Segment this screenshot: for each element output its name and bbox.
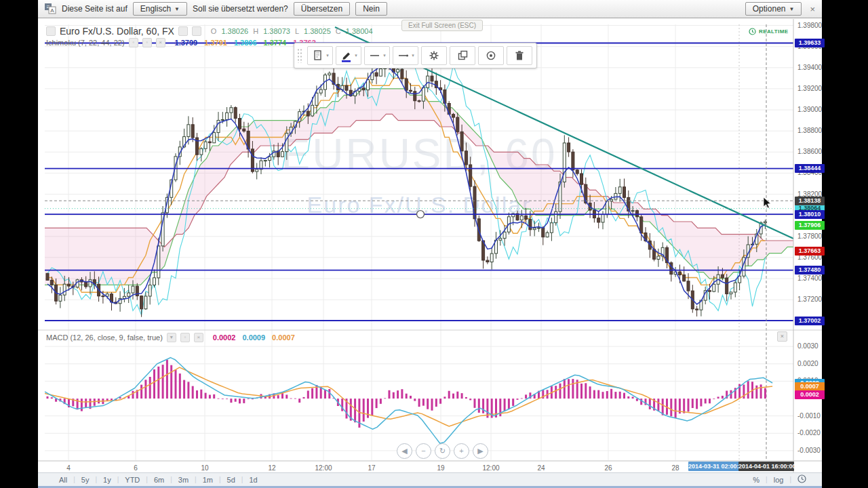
gear-button[interactable] (421, 46, 447, 65)
translate-icon: ≡A (45, 3, 56, 14)
zoom-in-button[interactable]: + (454, 443, 469, 459)
options-button[interactable]: Optionen▼ (745, 2, 802, 16)
ichimoku-value: 1.3774 (264, 39, 287, 47)
range-6m[interactable]: 6m (148, 476, 170, 484)
eye-icon[interactable]: ◦ (129, 38, 138, 47)
translate-bar: ≡A Diese Seite ist auf Englisch▼ Soll si… (38, 0, 822, 18)
ohlc-key: C (336, 27, 341, 35)
svg-text:26: 26 (604, 464, 612, 472)
chevron-down-icon: ▾ (326, 53, 329, 58)
chevron-down-icon: ▼ (789, 6, 794, 12)
scale-percent[interactable]: % (747, 476, 766, 484)
zoom-out-button[interactable]: − (416, 443, 431, 459)
ohlc-value: 1.38004 (346, 27, 373, 35)
macd-value: 0.0002 (213, 333, 236, 342)
svg-text:12: 12 (268, 464, 276, 472)
svg-text:1.37400: 1.37400 (797, 274, 822, 282)
clone-icon (456, 49, 469, 62)
fullscreen-tooltip: Exit Full Screen (ESC) (401, 20, 483, 31)
translate-question: Soll sie übersetzt werden? (193, 4, 288, 14)
svg-text:-0.0030: -0.0030 (797, 447, 821, 454)
chart-canvas[interactable]: EURUSD, 60Euro Fx/U.S. Dollar1.370001.37… (38, 0, 822, 488)
clock-icon (749, 28, 756, 35)
line-drag-handle[interactable] (417, 211, 425, 218)
line-style-button[interactable]: ▾ (364, 46, 390, 65)
svg-text:-0.0010: -0.0010 (797, 412, 821, 420)
ohlc-value: 1.38025 (304, 27, 331, 35)
template-button[interactable]: ▾ (307, 46, 333, 65)
svg-text:1.37800: 1.37800 (797, 232, 822, 240)
svg-text:1.37200: 1.37200 (797, 296, 822, 303)
pencil-button[interactable]: ▾ (336, 46, 361, 65)
macd-values: 0.00020.00090.0007 (213, 333, 295, 342)
range-3m[interactable]: 3m (172, 476, 195, 484)
svg-text:24: 24 (537, 464, 545, 472)
line-end-button[interactable]: ▾ (393, 46, 418, 65)
symbol-title: Euro Fx/U.S. Dollar, 60, FX (60, 26, 174, 37)
detach-icon[interactable] (192, 26, 201, 36)
range-ytd[interactable]: YTD (119, 476, 146, 484)
language-select[interactable]: Englisch▼ (133, 2, 187, 16)
svg-text:17: 17 (368, 464, 376, 472)
line-style-icon (368, 49, 382, 62)
ohlc-key: L (295, 27, 299, 35)
chevron-down-icon: ▾ (383, 53, 386, 58)
symbol-header: Euro Fx/U.S. Dollar, 60, FX O1.38026H1.3… (46, 26, 373, 37)
price-axis-badge: 1.37906 (795, 221, 825, 230)
svg-text:1.38800: 1.38800 (797, 127, 822, 134)
no-button[interactable]: Nein (355, 2, 387, 16)
chevron-down-icon: ▼ (174, 6, 180, 12)
range-1m[interactable]: 1m (197, 476, 219, 484)
time-axis-badge: 2014-03-31 02:00:0 (688, 462, 740, 471)
pencil-icon (340, 49, 353, 62)
ichimoku-value: 1.3806 (234, 39, 257, 47)
chevron-down-icon: ▾ (355, 53, 357, 58)
clone-button[interactable] (450, 46, 475, 65)
svg-text:10: 10 (201, 464, 209, 472)
close-icon[interactable]: × (194, 333, 203, 342)
range-5y[interactable]: 5y (75, 476, 96, 484)
collapse-icon[interactable]: ▾ (167, 333, 176, 342)
ohlc-key: O (211, 27, 217, 35)
eye-button[interactable] (478, 46, 504, 65)
template-icon (311, 49, 325, 62)
svg-text:1.39200: 1.39200 (797, 85, 822, 92)
trash-button[interactable] (507, 46, 532, 65)
svg-text:-0.0020: -0.0020 (797, 429, 821, 436)
svg-text:28: 28 (671, 464, 679, 472)
symbol-menu-icon[interactable] (46, 26, 56, 36)
ichimoku-label: Ichimoku (7, 22, 44, 22) (46, 39, 125, 47)
scroll-right-button[interactable]: ▶ (473, 443, 488, 459)
ohlc-values: O1.38026H1.38073L1.38025C1.38004 (211, 27, 373, 35)
line-end-icon (397, 49, 410, 62)
range-all[interactable]: All (53, 476, 73, 484)
gear-icon (427, 49, 441, 62)
range-5d[interactable]: 5d (221, 476, 241, 484)
drag-handle[interactable] (297, 48, 303, 63)
scroll-left-button[interactable]: ◀ (397, 443, 412, 459)
macd-axis-badge: 0.0002 (795, 390, 825, 399)
ohlc-value: 1.38026 (221, 27, 248, 35)
svg-text:0.0030: 0.0030 (797, 342, 818, 350)
gear-icon[interactable]: ◦ (180, 333, 190, 342)
trash-icon (513, 49, 526, 62)
macd-panel-close-icon[interactable]: × (777, 331, 787, 342)
price-axis-badge: 1.37663 (795, 247, 825, 256)
reset-button[interactable]: ↻ (435, 443, 450, 459)
range-1y[interactable]: 1y (97, 476, 117, 484)
gear-icon[interactable]: ◦ (142, 38, 152, 47)
ichimoku-value: 1.3791 (204, 39, 227, 47)
eye-icon (484, 49, 498, 62)
close-icon[interactable]: × (156, 38, 165, 47)
svg-text:A: A (50, 7, 54, 14)
scale-log[interactable]: log (768, 476, 790, 484)
range-1d[interactable]: 1d (243, 476, 263, 484)
clock-button[interactable] (791, 474, 812, 485)
close-icon[interactable]: × (810, 4, 815, 14)
svg-text:1.39000: 1.39000 (797, 106, 822, 113)
clock-icon (797, 474, 806, 483)
compare-icon[interactable] (178, 26, 188, 36)
svg-text:19: 19 (437, 464, 445, 472)
translate-button[interactable]: Übersetzen (294, 2, 350, 16)
macd-value: 0.0007 (272, 333, 295, 342)
